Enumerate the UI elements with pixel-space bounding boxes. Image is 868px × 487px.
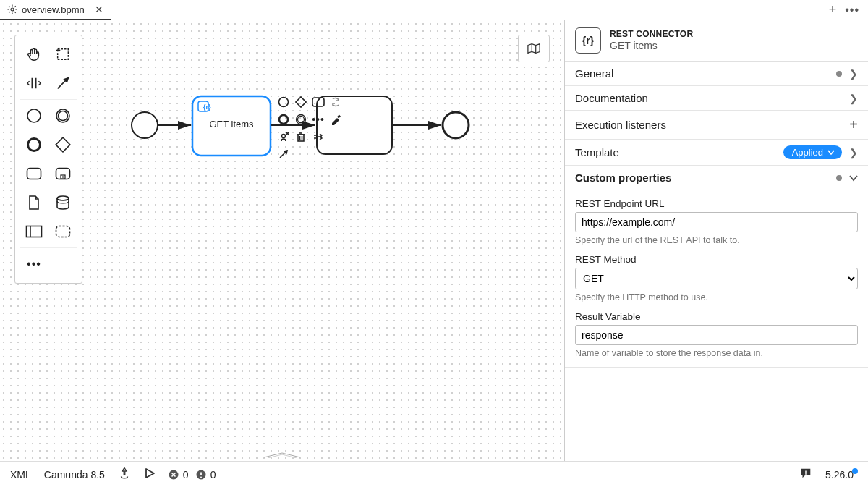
version-text: 5.26.0 [825, 469, 854, 480]
result-label: Result Variable [575, 311, 858, 322]
chevron-right-icon: ❯ [849, 93, 858, 104]
append-start-event[interactable] [276, 95, 291, 109]
svg-rect-37 [312, 98, 324, 106]
svg-line-8 [9, 12, 10, 13]
connect[interactable] [276, 147, 291, 161]
props-header: {r} REST CONNECTOR GET items [565, 20, 868, 62]
connector-icon: {r} [575, 27, 601, 54]
svg-line-7 [14, 6, 16, 7]
error-count: 0 [183, 469, 189, 480]
endpoint-help: Specify the url of the REST API to talk … [575, 235, 858, 245]
link[interactable] [311, 130, 326, 144]
section-title: Template [575, 146, 619, 158]
xml-toggle[interactable]: XML [10, 469, 31, 480]
append-task[interactable] [311, 95, 326, 109]
svg-point-40 [298, 117, 305, 123]
filled-indicator-icon [836, 71, 842, 77]
app-version[interactable]: 5.26.0 [825, 468, 858, 480]
svg-point-38 [279, 115, 288, 124]
pill-label: Applied [792, 147, 823, 158]
add-listener-button[interactable]: + [849, 117, 858, 133]
more-menu-button[interactable]: ••• [845, 4, 859, 17]
close-icon[interactable]: ✕ [95, 4, 103, 15]
method-select[interactable]: GET [575, 268, 858, 289]
props-kicker: REST CONNECTOR [610, 29, 693, 40]
section-title: Documentation [575, 92, 648, 104]
section-title: General [575, 67, 613, 80]
method-help: Specify the HTTP method to use. [575, 292, 858, 302]
svg-point-42 [282, 135, 286, 138]
context-pad: ••• [276, 95, 343, 161]
gear-icon [7, 4, 17, 14]
tab-title: overview.bpmn [22, 4, 85, 15]
svg-rect-36 [296, 97, 306, 107]
delete[interactable] [294, 130, 308, 144]
section-execution-listeners[interactable]: Execution listeners + [565, 111, 868, 139]
task-label: GET items [192, 119, 271, 130]
chevron-right-icon: ❯ [849, 147, 858, 158]
engine-version[interactable]: Camunda 8.5 [44, 469, 105, 480]
feedback-button[interactable] [799, 467, 812, 482]
props-name: GET items [610, 40, 693, 53]
section-custom-properties[interactable]: Custom properties [565, 166, 868, 190]
svg-marker-53 [146, 469, 154, 478]
svg-line-5 [9, 6, 10, 7]
section-template[interactable]: Template Applied ❯ [565, 140, 868, 165]
append-end-event[interactable] [276, 112, 291, 127]
section-title: Execution listeners [575, 119, 666, 131]
chevron-down-icon [849, 174, 858, 182]
section-title: Custom properties [575, 171, 671, 184]
append-gateway[interactable] [294, 95, 308, 109]
error-icon [169, 470, 179, 480]
append-text-annotation[interactable]: ••• [311, 112, 326, 127]
svg-point-61 [805, 473, 807, 475]
warning-count: 0 [210, 469, 216, 480]
run-button[interactable] [144, 467, 156, 481]
section-general[interactable]: General ❯ [565, 62, 868, 85]
section-documentation[interactable]: Documentation ❯ [565, 86, 868, 110]
chevron-down-icon [827, 150, 835, 156]
svg-point-0 [11, 8, 14, 11]
filled-indicator-icon [836, 175, 842, 181]
warning-icon [196, 470, 206, 480]
new-tab-button[interactable]: + [829, 2, 837, 17]
result-help: Name of variable to store the response d… [575, 348, 858, 358]
update-indicator-icon [852, 468, 858, 474]
properties-panel: {r} REST CONNECTOR GET items General ❯ D… [564, 20, 868, 461]
svg-line-6 [14, 12, 16, 13]
set-color[interactable] [328, 112, 343, 127]
problems-indicator[interactable]: 0 0 [169, 469, 216, 480]
svg-rect-45 [298, 135, 304, 141]
template-applied-pill[interactable]: Applied [783, 145, 842, 159]
svg-text:{r}: {r} [203, 103, 211, 111]
replace[interactable] [276, 130, 291, 144]
end-event[interactable] [443, 112, 469, 138]
svg-point-59 [200, 476, 202, 478]
panel-resize-handle[interactable] [260, 452, 304, 458]
result-input[interactable] [575, 325, 858, 345]
tab-overview[interactable]: overview.bpmn ✕ [0, 0, 111, 20]
svg-point-35 [279, 98, 289, 107]
endpoint-label: REST Endpoint URL [575, 198, 858, 209]
start-event[interactable] [132, 112, 158, 138]
status-bar: XML Camunda 8.5 0 0 5.26.0 [0, 461, 868, 487]
chevron-right-icon: ❯ [849, 68, 858, 80]
method-label: REST Method [575, 254, 858, 265]
bpmn-diagram: {r} [0, 20, 564, 310]
diagram-canvas[interactable]: ••• {r} [0, 20, 564, 461]
deploy-button[interactable] [118, 467, 131, 482]
svg-rect-41 [337, 115, 341, 119]
tab-bar: overview.bpmn ✕ + ••• [0, 0, 868, 20]
endpoint-input[interactable] [575, 212, 858, 232]
change-type[interactable] [328, 95, 343, 109]
append-intermediate-event[interactable] [294, 112, 308, 127]
